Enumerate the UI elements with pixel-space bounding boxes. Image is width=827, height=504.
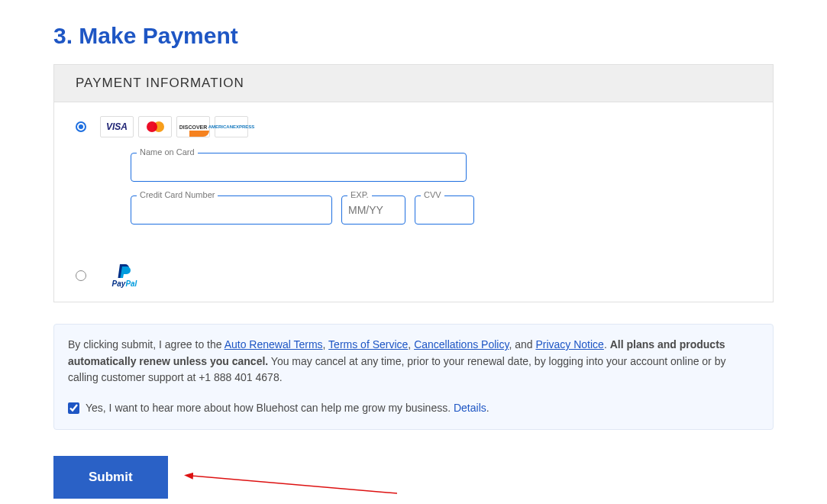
submit-wrap: Submit bbox=[53, 456, 774, 499]
card-option-row: VISA DISCOVER AMERICANEXPRESS bbox=[54, 102, 773, 145]
payment-panel: PAYMENT INFORMATION VISA DISCOVER AMERIC… bbox=[53, 64, 774, 302]
visa-icon: VISA bbox=[100, 116, 134, 137]
optin-text: Yes, I want to hear more about how Blueh… bbox=[86, 402, 454, 414]
paypal-option-row: PayPal bbox=[54, 255, 773, 302]
card-form: Name on Card Credit Card Number EXP. CVV bbox=[54, 145, 773, 255]
privacy-link[interactable]: Privacy Notice bbox=[535, 338, 603, 351]
exp-input[interactable] bbox=[341, 195, 405, 225]
terms-box: By clicking submit, I agree to the Auto … bbox=[53, 324, 774, 430]
cvv-input[interactable] bbox=[415, 195, 474, 225]
cc-input[interactable] bbox=[131, 195, 332, 225]
page-heading: 3. Make Payment bbox=[53, 23, 774, 49]
svg-line-0 bbox=[191, 476, 397, 493]
tos-link[interactable]: Terms of Service bbox=[328, 338, 408, 351]
cc-label: Credit Card Number bbox=[137, 190, 218, 199]
optin-row: Yes, I want to hear more about how Blueh… bbox=[68, 400, 759, 417]
mastercard-icon bbox=[138, 116, 172, 137]
paypal-icon: PayPal bbox=[108, 263, 141, 288]
cancellations-link[interactable]: Cancellations Policy bbox=[414, 338, 509, 351]
terms-prefix: By clicking submit, I agree to the bbox=[68, 338, 225, 351]
card-radio[interactable] bbox=[76, 121, 86, 132]
exp-label: EXP. bbox=[347, 190, 372, 199]
exp-field: EXP. bbox=[341, 195, 405, 225]
amex-icon: AMERICANEXPRESS bbox=[215, 116, 248, 137]
annotation-arrow-icon bbox=[183, 467, 405, 497]
discover-icon: DISCOVER bbox=[176, 116, 210, 137]
cc-field: Credit Card Number bbox=[131, 195, 332, 225]
name-label: Name on Card bbox=[137, 147, 198, 157]
panel-title: PAYMENT INFORMATION bbox=[54, 65, 773, 102]
name-field: Name on Card bbox=[131, 153, 467, 182]
auto-renewal-link[interactable]: Auto Renewal Terms bbox=[225, 338, 323, 351]
cvv-label: CVV bbox=[421, 190, 444, 199]
optin-checkbox[interactable] bbox=[68, 402, 79, 414]
card-logos: VISA DISCOVER AMERICANEXPRESS bbox=[100, 116, 248, 137]
paypal-radio[interactable] bbox=[76, 270, 86, 281]
cvv-field: CVV bbox=[415, 195, 474, 225]
submit-button[interactable]: Submit bbox=[53, 456, 168, 499]
optin-details-link[interactable]: Details bbox=[454, 402, 486, 414]
name-input[interactable] bbox=[131, 153, 467, 182]
